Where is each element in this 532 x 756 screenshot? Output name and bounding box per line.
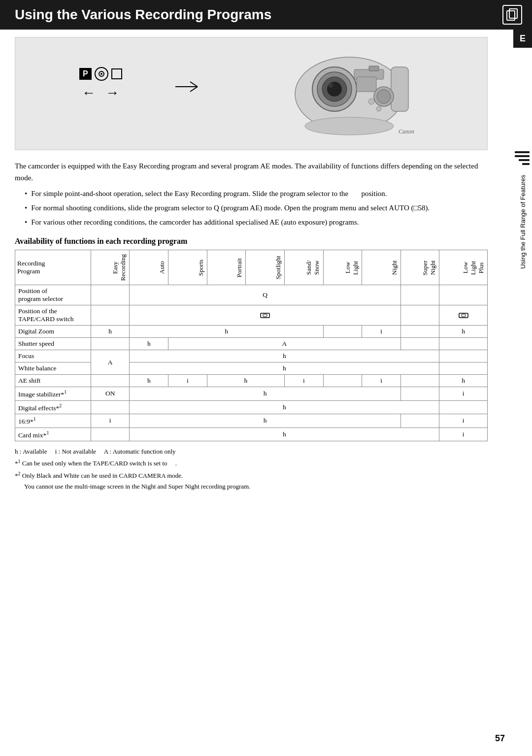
table-row: Shutter speed h A — [15, 338, 488, 350]
col-header-super-night: SuperNight — [400, 250, 439, 285]
intro-paragraph: The camcorder is equipped with the Easy … — [15, 160, 488, 184]
page-title: Using the Various Recording Programs — [15, 7, 271, 23]
cell-auto: h — [130, 326, 323, 338]
arrow-right-icon: → — [105, 85, 119, 100]
bullet-item-3: • For various other recording conditions… — [25, 216, 488, 228]
table-row: Digital Zoom h h i h — [15, 326, 488, 338]
cell-night: i — [362, 375, 401, 387]
feature-label: White balance — [15, 362, 91, 375]
col-header-auto: Auto — [130, 250, 168, 285]
table-row: Digital effects*2 h — [15, 400, 488, 414]
svg-rect-12 — [391, 67, 408, 111]
page: Using the Various Recording Programs E U… — [0, 0, 532, 756]
cell-super-night — [400, 285, 439, 305]
bullet-dot-3: • — [25, 216, 27, 228]
col-header-night: Night — [362, 250, 401, 285]
cell-auto: h — [130, 427, 439, 441]
cell-easy: i — [91, 414, 130, 428]
right-sidebar: E Using the Full Range of Features — [513, 30, 532, 269]
col-header-portrait: Portrait — [207, 250, 246, 285]
feature-label: Shutter speed — [15, 338, 91, 350]
cell-low-plus — [439, 400, 488, 414]
bullet-item-1: • For simple point-and-shoot operation, … — [25, 188, 488, 199]
cell-low-plus: h — [439, 375, 488, 387]
cell-easy: h — [91, 326, 130, 338]
cell-low-light — [323, 375, 362, 387]
cell-super-night — [400, 338, 439, 350]
table-title: Availability of functions in each record… — [15, 237, 488, 246]
table-row: 16:9*1 i h i — [15, 414, 488, 428]
svg-point-19 — [305, 117, 394, 135]
bullet-text-2: For normal shooting conditions, slide th… — [31, 202, 488, 214]
cell-auto: h — [130, 350, 439, 362]
cell-super-night — [400, 326, 439, 338]
feature-label: Image stabilizer*1 — [15, 387, 91, 401]
cell-auto: h — [130, 387, 400, 401]
table-row: Focus A h — [15, 350, 488, 362]
svg-rect-11 — [369, 66, 379, 71]
cell-super-night — [400, 387, 439, 401]
svg-point-3 — [100, 73, 102, 75]
cell-auto: h — [130, 338, 168, 350]
cell-sand-snow: i — [284, 375, 323, 387]
feature-label: AE shift — [15, 375, 91, 387]
feature-label: Position of theTAPE/CARD switch — [15, 305, 91, 326]
cell-low-plus: h — [439, 326, 488, 338]
bullet-dot-1: • — [25, 188, 27, 199]
cell-low-plus: i — [439, 427, 488, 441]
features-table: RecordingProgram EasyRecording Auto Spor… — [15, 250, 488, 441]
bullet-item-2: • For normal shooting conditions, slide … — [25, 202, 488, 214]
copy-icon — [502, 5, 522, 25]
cell-easy — [91, 427, 130, 441]
cell-night: i — [362, 326, 401, 338]
table-row: Position of theTAPE/CARD switch — [15, 305, 488, 326]
p-button: P — [79, 68, 92, 80]
cell-super-night — [400, 375, 439, 387]
cell-sports: i — [168, 375, 207, 387]
cell-easy: ON — [91, 387, 130, 401]
legend-section: h : Available i : Not available A : Auto… — [15, 446, 488, 492]
feature-label: 16:9*1 — [15, 414, 91, 428]
cell-auto: h — [130, 400, 439, 414]
cell-auto: h — [130, 375, 168, 387]
feature-label: Position ofprogram selector — [15, 285, 91, 305]
svg-point-15 — [377, 90, 391, 103]
cell-auto: Q — [130, 285, 400, 305]
table-row: Position ofprogram selector Q — [15, 285, 488, 305]
table-header-row: RecordingProgram EasyRecording Auto Spor… — [15, 250, 488, 285]
cell-low-plus: i — [439, 387, 488, 401]
main-content: P ← → — [0, 30, 512, 502]
cell-easy: A — [91, 350, 130, 375]
tab-e-label: E — [513, 30, 532, 48]
cell-auto: h — [130, 414, 400, 428]
svg-line-22 — [190, 87, 198, 92]
cell-low-plus — [439, 285, 488, 305]
svg-point-16 — [368, 99, 374, 104]
col-header-low-light-plus: LowLightPlus — [439, 250, 488, 285]
camera-image-area: P ← → — [15, 37, 488, 150]
col-header-low-light: LowLight — [323, 250, 362, 285]
col-header-spotlight: Spotlight — [246, 250, 285, 285]
cell-auto: h — [130, 362, 439, 375]
cell-easy — [91, 375, 130, 387]
cell-low-plus — [439, 362, 488, 375]
bullet-list: • For simple point-and-shoot operation, … — [25, 188, 488, 228]
pointer-arrow — [173, 77, 202, 97]
svg-point-9 — [328, 83, 333, 88]
table-row: White balance h — [15, 362, 488, 375]
cell-super-night — [400, 305, 439, 326]
arrow-left-icon: ← — [82, 85, 96, 100]
cell-auto — [130, 305, 400, 326]
svg-point-17 — [376, 106, 381, 111]
svg-rect-1 — [509, 9, 517, 18]
square-button — [111, 68, 122, 79]
feature-label: Digital Zoom — [15, 326, 91, 338]
svg-rect-13 — [357, 77, 376, 92]
svg-rect-26 — [462, 314, 466, 317]
cell-easy — [91, 400, 130, 414]
table-row: Card mix*1 h i — [15, 427, 488, 441]
svg-rect-23 — [261, 313, 269, 318]
svg-rect-25 — [459, 313, 468, 318]
table-row: Image stabilizer*1 ON h i — [15, 387, 488, 401]
sidebar-label: Using the Full Range of Features — [519, 175, 527, 269]
